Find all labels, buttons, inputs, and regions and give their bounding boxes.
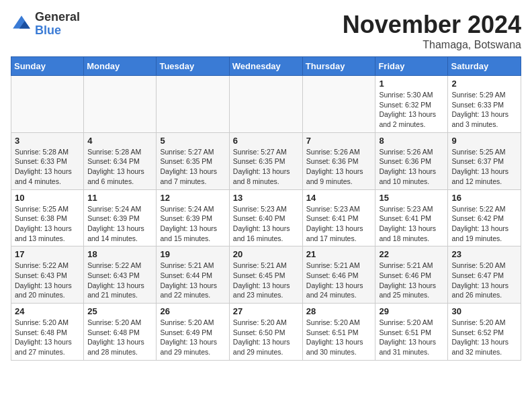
calendar-cell: 18Sunrise: 5:22 AM Sunset: 6:43 PM Dayli… [84,246,157,304]
day-number: 8 [379,136,444,146]
day-number: 2 [451,79,517,89]
calendar-cell: 25Sunrise: 5:20 AM Sunset: 6:48 PM Dayli… [84,304,157,361]
weekday-header: Saturday [448,57,521,76]
calendar-cell [229,76,302,133]
calendar-cell: 6Sunrise: 5:27 AM Sunset: 6:35 PM Daylig… [229,132,302,189]
calendar-cell: 11Sunrise: 5:24 AM Sunset: 6:39 PM Dayli… [84,189,157,246]
day-number: 17 [15,249,80,259]
day-number: 13 [233,193,299,203]
day-info: Sunrise: 5:28 AM Sunset: 6:33 PM Dayligh… [15,147,80,187]
day-number: 16 [451,193,517,203]
day-number: 15 [379,193,444,203]
day-info: Sunrise: 5:22 AM Sunset: 6:42 PM Dayligh… [451,204,517,244]
calendar-cell [157,76,229,133]
calendar-cell: 24Sunrise: 5:20 AM Sunset: 6:48 PM Dayli… [11,304,84,361]
day-info: Sunrise: 5:21 AM Sunset: 6:45 PM Dayligh… [233,261,299,300]
calendar-cell: 22Sunrise: 5:21 AM Sunset: 6:46 PM Dayli… [375,246,448,304]
logo-icon [11,13,32,35]
day-info: Sunrise: 5:23 AM Sunset: 6:41 PM Dayligh… [306,204,372,244]
page-header: General Blue November 2024 Thamaga, Bots… [11,11,521,51]
day-number: 14 [306,193,372,203]
day-number: 12 [160,193,225,203]
day-number: 18 [87,249,152,259]
weekday-header: Thursday [302,57,375,76]
month-title: November 2024 [343,11,521,39]
day-number: 24 [15,306,80,316]
logo-text: General Blue [35,11,80,38]
calendar-cell: 16Sunrise: 5:22 AM Sunset: 6:42 PM Dayli… [448,189,521,246]
calendar-cell [84,76,157,133]
day-number: 25 [87,306,152,316]
calendar-cell: 8Sunrise: 5:26 AM Sunset: 6:36 PM Daylig… [375,132,448,189]
calendar-cell: 10Sunrise: 5:25 AM Sunset: 6:38 PM Dayli… [11,189,84,246]
day-number: 9 [451,136,517,146]
calendar-cell: 29Sunrise: 5:20 AM Sunset: 6:51 PM Dayli… [375,304,448,361]
day-info: Sunrise: 5:23 AM Sunset: 6:40 PM Dayligh… [233,204,299,244]
day-info: Sunrise: 5:27 AM Sunset: 6:35 PM Dayligh… [160,147,225,187]
day-number: 1 [379,79,444,89]
title-block: November 2024 Thamaga, Botswana [343,11,521,51]
day-info: Sunrise: 5:21 AM Sunset: 6:46 PM Dayligh… [379,261,444,300]
day-number: 3 [15,136,80,146]
calendar-week-row: 3Sunrise: 5:28 AM Sunset: 6:33 PM Daylig… [11,132,521,189]
calendar-week-row: 1Sunrise: 5:30 AM Sunset: 6:32 PM Daylig… [11,76,521,133]
calendar-cell: 4Sunrise: 5:28 AM Sunset: 6:34 PM Daylig… [84,132,157,189]
calendar-cell: 12Sunrise: 5:24 AM Sunset: 6:39 PM Dayli… [157,189,229,246]
day-number: 4 [87,136,152,146]
day-info: Sunrise: 5:26 AM Sunset: 6:36 PM Dayligh… [306,147,372,187]
day-number: 28 [306,306,372,316]
day-info: Sunrise: 5:21 AM Sunset: 6:46 PM Dayligh… [306,261,372,300]
day-info: Sunrise: 5:20 AM Sunset: 6:52 PM Dayligh… [451,318,517,357]
day-info: Sunrise: 5:20 AM Sunset: 6:49 PM Dayligh… [160,318,225,357]
calendar-cell: 26Sunrise: 5:20 AM Sunset: 6:49 PM Dayli… [157,304,229,361]
calendar-cell: 9Sunrise: 5:25 AM Sunset: 6:37 PM Daylig… [448,132,521,189]
weekday-header: Tuesday [157,57,229,76]
calendar-cell [11,76,84,133]
calendar-cell: 30Sunrise: 5:20 AM Sunset: 6:52 PM Dayli… [448,304,521,361]
day-info: Sunrise: 5:27 AM Sunset: 6:35 PM Dayligh… [233,147,299,187]
day-info: Sunrise: 5:25 AM Sunset: 6:38 PM Dayligh… [15,204,80,244]
day-number: 5 [160,136,225,146]
calendar-cell: 14Sunrise: 5:23 AM Sunset: 6:41 PM Dayli… [302,189,375,246]
day-info: Sunrise: 5:21 AM Sunset: 6:44 PM Dayligh… [160,261,225,300]
calendar-cell: 2Sunrise: 5:29 AM Sunset: 6:33 PM Daylig… [448,76,521,133]
day-number: 30 [451,306,517,316]
calendar-cell [302,76,375,133]
day-info: Sunrise: 5:24 AM Sunset: 6:39 PM Dayligh… [87,204,152,244]
day-info: Sunrise: 5:22 AM Sunset: 6:43 PM Dayligh… [15,261,80,300]
weekday-header: Monday [84,57,157,76]
calendar-cell: 5Sunrise: 5:27 AM Sunset: 6:35 PM Daylig… [157,132,229,189]
day-info: Sunrise: 5:29 AM Sunset: 6:33 PM Dayligh… [451,90,517,130]
day-number: 29 [379,306,444,316]
calendar-week-row: 10Sunrise: 5:25 AM Sunset: 6:38 PM Dayli… [11,189,521,246]
day-info: Sunrise: 5:20 AM Sunset: 6:47 PM Dayligh… [451,261,517,300]
calendar-week-row: 24Sunrise: 5:20 AM Sunset: 6:48 PM Dayli… [11,304,521,361]
calendar-cell: 1Sunrise: 5:30 AM Sunset: 6:32 PM Daylig… [375,76,448,133]
calendar-cell: 21Sunrise: 5:21 AM Sunset: 6:46 PM Dayli… [302,246,375,304]
location: Thamaga, Botswana [343,39,521,51]
day-info: Sunrise: 5:24 AM Sunset: 6:39 PM Dayligh… [160,204,225,244]
calendar-cell: 27Sunrise: 5:20 AM Sunset: 6:50 PM Dayli… [229,304,302,361]
day-info: Sunrise: 5:25 AM Sunset: 6:37 PM Dayligh… [451,147,517,187]
weekday-header: Sunday [11,57,84,76]
calendar-cell: 19Sunrise: 5:21 AM Sunset: 6:44 PM Dayli… [157,246,229,304]
calendar-cell: 3Sunrise: 5:28 AM Sunset: 6:33 PM Daylig… [11,132,84,189]
calendar-cell: 28Sunrise: 5:20 AM Sunset: 6:51 PM Dayli… [302,304,375,361]
calendar-cell: 17Sunrise: 5:22 AM Sunset: 6:43 PM Dayli… [11,246,84,304]
day-number: 26 [160,306,225,316]
calendar-cell: 15Sunrise: 5:23 AM Sunset: 6:41 PM Dayli… [375,189,448,246]
day-number: 6 [233,136,299,146]
day-info: Sunrise: 5:20 AM Sunset: 6:51 PM Dayligh… [379,318,444,357]
day-info: Sunrise: 5:28 AM Sunset: 6:34 PM Dayligh… [87,147,152,187]
weekday-header: Friday [375,57,448,76]
day-info: Sunrise: 5:20 AM Sunset: 6:48 PM Dayligh… [15,318,80,357]
day-number: 27 [233,306,299,316]
day-number: 23 [451,249,517,259]
day-number: 21 [306,249,372,259]
day-number: 22 [379,249,444,259]
day-number: 10 [15,193,80,203]
calendar-table: SundayMondayTuesdayWednesdayThursdayFrid… [11,56,521,361]
calendar-week-row: 17Sunrise: 5:22 AM Sunset: 6:43 PM Dayli… [11,246,521,304]
day-info: Sunrise: 5:30 AM Sunset: 6:32 PM Dayligh… [379,90,444,130]
weekday-header: Wednesday [229,57,302,76]
